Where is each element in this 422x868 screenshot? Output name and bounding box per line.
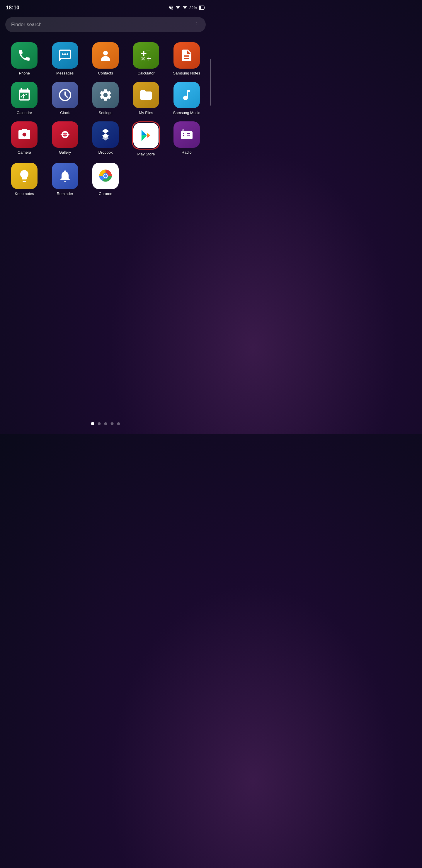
mute-icon [168, 5, 173, 10]
gallery-icon [52, 121, 78, 148]
gallery-label: Gallery [59, 150, 71, 155]
camera-label: Camera [18, 150, 31, 155]
contacts-label: Contacts [98, 71, 113, 76]
app-calculator[interactable]: + − × ÷ Calculator [127, 42, 165, 76]
app-my-files[interactable]: My Files [127, 82, 165, 116]
page-dot-4[interactable] [111, 422, 114, 425]
svg-rect-16 [182, 129, 184, 131]
status-time: 18:10 [6, 5, 19, 11]
radio-label: Radio [182, 150, 192, 155]
reminder-icon [52, 163, 78, 189]
page-dot-2[interactable] [98, 422, 101, 425]
search-options-button[interactable]: ⋮ [193, 21, 200, 28]
samsung-notes-icon [173, 42, 200, 69]
svg-point-20 [104, 174, 107, 178]
app-camera[interactable]: Camera [5, 121, 43, 157]
messages-icon [52, 42, 78, 69]
camera-icon [11, 121, 37, 148]
settings-icon [92, 82, 119, 108]
my-files-icon [133, 82, 159, 108]
svg-point-5 [103, 51, 108, 55]
battery-percentage: 32% [189, 6, 197, 10]
scroll-indicator [210, 59, 211, 105]
app-settings[interactable]: Settings [87, 82, 125, 116]
play-store-label: Play Store [137, 152, 155, 157]
my-files-label: My Files [139, 111, 153, 116]
page-dot-3[interactable] [104, 422, 107, 425]
app-samsung-notes[interactable]: Samsung Notes [168, 42, 206, 76]
app-calendar[interactable]: 7 Calendar [5, 82, 43, 116]
app-reminder[interactable]: Reminder [46, 163, 84, 196]
samsung-notes-label: Samsung Notes [173, 71, 200, 76]
app-chrome[interactable]: Chrome [87, 163, 125, 196]
reminder-label: Reminder [57, 191, 73, 196]
page-indicators [91, 422, 120, 425]
app-clock[interactable]: Clock [46, 82, 84, 116]
dropbox-label: Dropbox [98, 150, 112, 155]
svg-rect-1 [199, 6, 201, 9]
samsung-music-icon [173, 82, 200, 108]
app-grid: Phone Messages Contacts + − [0, 39, 211, 199]
svg-text:×: × [141, 54, 145, 62]
play-store-icon [133, 123, 159, 148]
search-placeholder: Finder search [11, 22, 42, 28]
keep-notes-icon [11, 163, 37, 189]
svg-point-4 [67, 53, 68, 55]
clock-label: Clock [60, 111, 70, 116]
svg-point-3 [64, 53, 66, 55]
dropbox-icon [92, 121, 119, 148]
settings-label: Settings [99, 111, 112, 116]
wifi-icon [175, 5, 181, 10]
contacts-icon [92, 42, 119, 69]
page-dot-1[interactable] [91, 422, 94, 425]
status-icons: 32% [168, 5, 205, 10]
app-play-store[interactable]: Play Store [127, 121, 165, 157]
keep-notes-label: Keep notes [15, 191, 34, 196]
app-contacts[interactable]: Contacts [87, 42, 125, 76]
app-phone[interactable]: Phone [5, 42, 43, 76]
svg-text:÷: ÷ [147, 54, 151, 62]
app-dropbox[interactable]: Dropbox [87, 121, 125, 157]
status-bar: 18:10 32% [0, 0, 211, 14]
chrome-label: Chrome [99, 191, 112, 196]
svg-point-12 [26, 131, 28, 132]
radio-icon [173, 121, 200, 148]
phone-label: Phone [19, 71, 30, 76]
clock-icon [52, 82, 78, 108]
battery-icon [199, 6, 205, 10]
phone-icon [11, 42, 37, 69]
signal-icon [182, 5, 188, 10]
calendar-icon: 7 [11, 82, 37, 108]
calculator-icon: + − × ÷ [133, 42, 159, 69]
app-radio[interactable]: Radio [168, 121, 206, 157]
app-messages[interactable]: Messages [46, 42, 84, 76]
app-samsung-music[interactable]: Samsung Music [168, 82, 206, 116]
svg-point-2 [62, 53, 64, 55]
page-dot-5[interactable] [117, 422, 120, 425]
calendar-label: Calendar [17, 111, 32, 116]
svg-point-15 [187, 134, 190, 136]
app-gallery[interactable]: Gallery [46, 121, 84, 157]
calculator-label: Calculator [137, 71, 155, 76]
app-keep-notes[interactable]: Keep notes [5, 163, 43, 196]
samsung-music-label: Samsung Music [173, 111, 200, 116]
svg-text:7: 7 [22, 94, 25, 100]
messages-label: Messages [56, 71, 73, 76]
search-bar[interactable]: Finder search ⋮ [5, 17, 206, 32]
chrome-icon [92, 163, 119, 189]
